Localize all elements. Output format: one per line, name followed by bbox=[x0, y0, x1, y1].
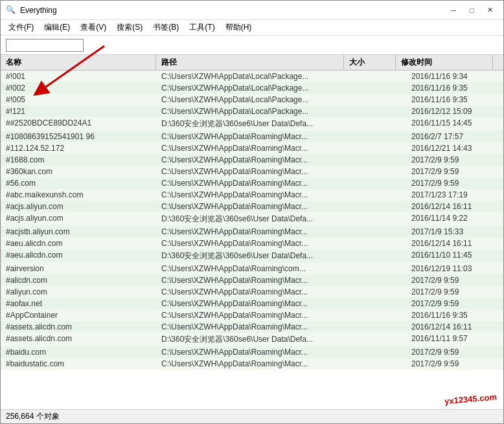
cell-size bbox=[354, 201, 406, 212]
table-row[interactable]: #!001C:\Users\XZWH\AppData\Local\Package… bbox=[1, 71, 503, 82]
cell-path: D:\360安全浏览器\360se6\User Data\Defa... bbox=[156, 249, 354, 263]
table-row[interactable]: #!002C:\Users\XZWH\AppData\Local\Package… bbox=[1, 82, 503, 94]
cell-date: 2016/11/10 11:45 bbox=[406, 249, 503, 263]
header-name[interactable]: 名称 bbox=[1, 55, 156, 70]
table-row[interactable]: #abc.maikexunsh.comC:\Users\XZWH\AppData… bbox=[1, 189, 503, 201]
menu-item-查看V[interactable]: 查看(V) bbox=[75, 21, 111, 34]
menu-item-搜索S[interactable]: 搜索(S) bbox=[111, 21, 148, 34]
menu-item-文件F[interactable]: 文件(F) bbox=[3, 21, 39, 34]
table-row[interactable]: #112.124.52.172C:\Users\XZWH\AppData\Roa… bbox=[1, 142, 503, 154]
cell-size bbox=[354, 274, 406, 286]
cell-path: C:\Users\XZWH\AppData\Roaming\Macr... bbox=[156, 346, 354, 358]
cell-path: C:\Users\XZWH\AppData\Roaming\Macr... bbox=[156, 358, 354, 370]
menu-item-编辑E[interactable]: 编辑(E) bbox=[39, 21, 75, 34]
cell-name: #airversion bbox=[1, 263, 156, 274]
table-row[interactable]: #assets.alicdn.comD:\360安全浏览器\360se6\Use… bbox=[1, 333, 503, 346]
cell-path: C:\Users\XZWH\AppData\Roaming\com... bbox=[156, 263, 354, 274]
table-row[interactable]: #!005C:\Users\XZWH\AppData\Local\Package… bbox=[1, 94, 503, 106]
cell-name: #!121 bbox=[1, 106, 156, 117]
table-row[interactable]: #baidu.comC:\Users\XZWH\AppData\Roaming\… bbox=[1, 346, 503, 358]
cell-date: 2017/2/9 9:59 bbox=[406, 358, 503, 370]
cell-path: C:\Users\XZWH\AppData\Roaming\Macr... bbox=[156, 189, 354, 201]
cell-path: C:\Users\XZWH\AppData\Roaming\Macr... bbox=[156, 201, 354, 212]
cell-size bbox=[354, 166, 406, 177]
cell-date: 2017/2/9 9:59 bbox=[406, 154, 503, 166]
table-row[interactable]: #1688.comC:\Users\XZWH\AppData\Roaming\M… bbox=[1, 154, 503, 166]
cell-size bbox=[354, 117, 406, 131]
cell-size bbox=[354, 286, 406, 298]
table-row[interactable]: ##2520BDCE89DD24A1D:\360安全浏览器\360se6\Use… bbox=[1, 117, 503, 131]
cell-date: 2017/2/9 9:59 bbox=[406, 166, 503, 177]
cell-date: 2016/12/14 16:11 bbox=[406, 321, 503, 333]
menu-item-工具T[interactable]: 工具(T) bbox=[184, 21, 220, 34]
header-path[interactable]: 路径 bbox=[156, 55, 344, 70]
table-row[interactable]: #aeu.alicdn.comC:\Users\XZWH\AppData\Roa… bbox=[1, 238, 503, 249]
table-body[interactable]: #!001C:\Users\XZWH\AppData\Local\Package… bbox=[1, 71, 503, 409]
cell-path: C:\Users\XZWH\AppData\Roaming\Macr... bbox=[156, 226, 354, 238]
table-row[interactable]: #assets.alicdn.comC:\Users\XZWH\AppData\… bbox=[1, 321, 503, 333]
cell-name: #AppContainer bbox=[1, 309, 156, 321]
table-row[interactable]: #AppContainerC:\Users\XZWH\AppData\Roami… bbox=[1, 309, 503, 321]
cell-date: 2017/2/9 9:59 bbox=[406, 274, 503, 286]
maximize-button[interactable]: □ bbox=[463, 4, 480, 17]
cell-date: 2017/1/23 17:19 bbox=[406, 189, 503, 201]
close-button[interactable]: ✕ bbox=[481, 4, 498, 17]
table-row[interactable]: #aofax.netC:\Users\XZWH\AppData\Roaming\… bbox=[1, 298, 503, 309]
cell-date: 2017/2/9 9:59 bbox=[406, 346, 503, 358]
minimize-button[interactable]: ─ bbox=[445, 4, 462, 17]
cell-date: 2016/2/7 17:57 bbox=[406, 131, 503, 142]
cell-name: #acjs.aliyun.com bbox=[1, 201, 156, 212]
cell-date: 2016/11/15 14:45 bbox=[406, 117, 503, 131]
cell-name: #acjs.aliyun.com bbox=[1, 212, 156, 226]
table-row[interactable]: #aeu.alicdn.comD:\360安全浏览器\360se6\User D… bbox=[1, 249, 503, 263]
cell-size bbox=[354, 142, 406, 154]
cell-date: 2016/11/16 9:35 bbox=[406, 309, 503, 321]
cell-path: D:\360安全浏览器\360se6\User Data\Defa... bbox=[156, 212, 354, 226]
cell-name: ##2520BDCE89DD24A1 bbox=[1, 117, 156, 131]
cell-name: #aofax.net bbox=[1, 298, 156, 309]
menu-bar: 文件(F)编辑(E)查看(V)搜索(S)书签(B)工具(T)帮助(H) bbox=[1, 20, 503, 36]
cell-name: #baidu.com bbox=[1, 346, 156, 358]
cell-name: #!001 bbox=[1, 71, 156, 82]
cell-name: #56.com bbox=[1, 177, 156, 189]
table-row[interactable]: #acjstb.aliyun.comC:\Users\XZWH\AppData\… bbox=[1, 226, 503, 238]
search-input[interactable] bbox=[6, 39, 84, 52]
cell-path: C:\Users\XZWH\AppData\Local\Package... bbox=[156, 106, 354, 117]
table-row[interactable]: #10808639152541901 96C:\Users\XZWH\AppDa… bbox=[1, 131, 503, 142]
table-row[interactable]: #!121C:\Users\XZWH\AppData\Local\Package… bbox=[1, 106, 503, 117]
table-row[interactable]: #acjs.aliyun.comD:\360安全浏览器\360se6\User … bbox=[1, 212, 503, 226]
status-bar: 256,664 个对象 bbox=[1, 409, 503, 423]
table-row[interactable]: #acjs.aliyun.comC:\Users\XZWH\AppData\Ro… bbox=[1, 201, 503, 212]
cell-date: 2017/1/9 15:33 bbox=[406, 226, 503, 238]
cell-size bbox=[354, 94, 406, 106]
table-row[interactable]: #56.comC:\Users\XZWH\AppData\Roaming\Mac… bbox=[1, 177, 503, 189]
cell-path: D:\360安全浏览器\360se6\User Data\Defa... bbox=[156, 117, 354, 131]
table-row[interactable]: #alicdn.comC:\Users\XZWH\AppData\Roaming… bbox=[1, 274, 503, 286]
cell-size bbox=[354, 226, 406, 238]
table-row[interactable]: #baidustatic.comC:\Users\XZWH\AppData\Ro… bbox=[1, 358, 503, 370]
cell-date: 2017/2/9 9:59 bbox=[406, 286, 503, 298]
cell-path: C:\Users\XZWH\AppData\Roaming\Macr... bbox=[156, 321, 354, 333]
cell-date: 2016/11/16 9:35 bbox=[406, 82, 503, 94]
cell-date: 2016/12/21 14:43 bbox=[406, 142, 503, 154]
header-size[interactable]: 大小 bbox=[344, 55, 396, 70]
menu-item-书签B[interactable]: 书签(B) bbox=[148, 21, 184, 34]
cell-path: C:\Users\XZWH\AppData\Roaming\Macr... bbox=[156, 142, 354, 154]
table-row[interactable]: #aliyun.comC:\Users\XZWH\AppData\Roaming… bbox=[1, 286, 503, 298]
cell-size bbox=[354, 212, 406, 226]
main-window: 🔍 Everything ─ □ ✕ 文件(F)编辑(E)查看(V)搜索(S)书… bbox=[0, 0, 504, 424]
cell-date: 2016/12/12 15:09 bbox=[406, 106, 503, 117]
cell-size bbox=[354, 189, 406, 201]
cell-size bbox=[354, 346, 406, 358]
cell-size bbox=[354, 238, 406, 249]
table-row[interactable]: #airversionC:\Users\XZWH\AppData\Roaming… bbox=[1, 263, 503, 274]
menu-item-帮助H[interactable]: 帮助(H) bbox=[220, 21, 257, 34]
cell-name: #alicdn.com bbox=[1, 274, 156, 286]
table-row[interactable]: #360kan.comC:\Users\XZWH\AppData\Roaming… bbox=[1, 166, 503, 177]
cell-name: #baidustatic.com bbox=[1, 358, 156, 370]
app-icon: 🔍 bbox=[6, 5, 16, 16]
table-container: 名称 路径 大小 修改时间 #!001C:\Users\XZWH\AppData… bbox=[1, 55, 503, 409]
cell-size bbox=[354, 82, 406, 94]
title-left: 🔍 Everything bbox=[6, 5, 57, 16]
header-date[interactable]: 修改时间 bbox=[396, 55, 493, 70]
